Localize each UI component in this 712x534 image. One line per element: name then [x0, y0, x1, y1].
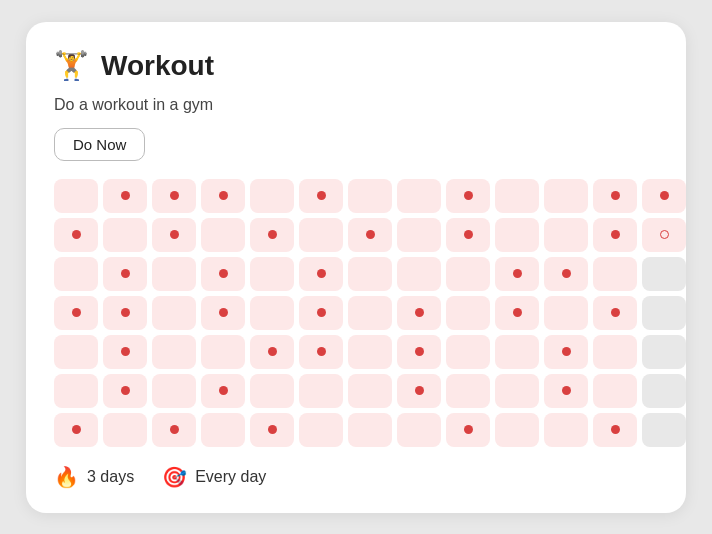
grid-cell	[250, 218, 294, 252]
grid-row	[54, 413, 658, 447]
filled-dot	[170, 230, 179, 239]
streak-text: 3 days	[87, 468, 134, 486]
grid-cell	[103, 413, 147, 447]
card-footer: 🔥 3 days 🎯 Every day	[54, 465, 658, 489]
grid-cell	[397, 296, 441, 330]
grid-cell	[446, 296, 490, 330]
grid-cell	[544, 257, 588, 291]
filled-dot	[660, 191, 669, 200]
grid-cell	[299, 374, 343, 408]
filled-dot	[268, 425, 277, 434]
grid-cell	[201, 257, 245, 291]
grid-cell	[152, 257, 196, 291]
grid-cell	[348, 374, 392, 408]
target-text: Every day	[195, 468, 266, 486]
grid-cell	[103, 374, 147, 408]
filled-dot	[219, 269, 228, 278]
grid-cell	[544, 413, 588, 447]
grid-cell	[250, 374, 294, 408]
filled-dot	[121, 308, 130, 317]
grid-cell	[152, 413, 196, 447]
grid-cell	[348, 335, 392, 369]
grid-cell	[544, 218, 588, 252]
grid-cell	[495, 335, 539, 369]
grid-cell	[348, 257, 392, 291]
grid-cell	[54, 296, 98, 330]
filled-dot	[317, 347, 326, 356]
filled-dot	[513, 308, 522, 317]
grid-cell	[152, 374, 196, 408]
grid-cell	[397, 257, 441, 291]
grid-row	[54, 218, 658, 252]
filled-dot	[72, 308, 81, 317]
filled-dot	[611, 230, 620, 239]
grid-row	[54, 179, 658, 213]
card-subtitle: Do a workout in a gym	[54, 96, 658, 114]
grid-cell	[642, 218, 686, 252]
filled-dot	[611, 308, 620, 317]
dumbbell-icon: 🏋	[54, 52, 89, 80]
filled-dot	[415, 347, 424, 356]
grid-cell	[397, 218, 441, 252]
filled-dot	[219, 386, 228, 395]
grid-cell	[446, 179, 490, 213]
grid-cell	[642, 335, 686, 369]
filled-dot	[72, 425, 81, 434]
grid-cell	[446, 374, 490, 408]
grid-cell	[544, 374, 588, 408]
grid-cell	[593, 179, 637, 213]
grid-cell	[250, 296, 294, 330]
grid-cell	[250, 179, 294, 213]
grid-cell	[495, 296, 539, 330]
grid-cell	[642, 296, 686, 330]
grid-cell	[397, 179, 441, 213]
fire-icon: 🔥	[54, 465, 79, 489]
card-title: Workout	[101, 50, 214, 82]
grid-cell	[54, 335, 98, 369]
grid-cell	[103, 296, 147, 330]
grid-cell	[250, 413, 294, 447]
grid-cell	[397, 335, 441, 369]
grid-cell	[152, 179, 196, 213]
filled-dot	[268, 347, 277, 356]
grid-cell	[544, 335, 588, 369]
grid-cell	[348, 218, 392, 252]
grid-cell	[397, 374, 441, 408]
filled-dot	[611, 191, 620, 200]
grid-cell	[348, 179, 392, 213]
grid-row	[54, 374, 658, 408]
grid-cell	[593, 296, 637, 330]
grid-cell	[201, 335, 245, 369]
grid-cell	[642, 257, 686, 291]
grid-cell	[446, 257, 490, 291]
grid-cell	[250, 257, 294, 291]
filled-dot	[562, 386, 571, 395]
do-now-button[interactable]: Do Now	[54, 128, 145, 161]
workout-card: 🏋 Workout Do a workout in a gym Do Now 🔥…	[26, 22, 686, 513]
grid-cell	[299, 218, 343, 252]
filled-dot	[415, 308, 424, 317]
grid-cell	[397, 413, 441, 447]
grid-cell	[54, 374, 98, 408]
grid-cell	[446, 218, 490, 252]
grid-cell	[201, 179, 245, 213]
grid-cell	[593, 257, 637, 291]
filled-dot	[72, 230, 81, 239]
filled-dot	[611, 425, 620, 434]
grid-row	[54, 257, 658, 291]
grid-cell	[642, 374, 686, 408]
filled-dot	[415, 386, 424, 395]
grid-cell	[152, 296, 196, 330]
grid-cell	[593, 218, 637, 252]
grid-cell	[495, 257, 539, 291]
grid-cell	[544, 179, 588, 213]
grid-cell	[201, 296, 245, 330]
filled-dot	[513, 269, 522, 278]
streak-stat: 🔥 3 days	[54, 465, 134, 489]
grid-cell	[103, 257, 147, 291]
filled-dot	[317, 308, 326, 317]
grid-cell	[642, 179, 686, 213]
grid-cell	[544, 296, 588, 330]
grid-cell	[299, 335, 343, 369]
grid-cell	[103, 335, 147, 369]
